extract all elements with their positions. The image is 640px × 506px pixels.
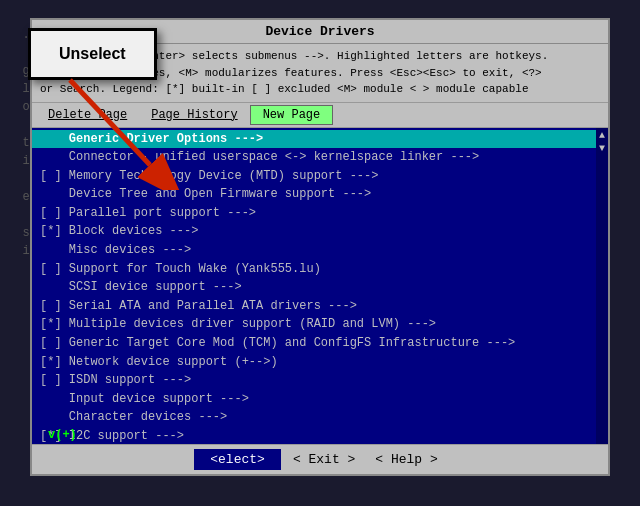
item-text: Connector - unified userspace <-> kernel…	[40, 150, 479, 164]
help-button[interactable]: < Help >	[367, 449, 445, 470]
item-text: Misc devices --->	[40, 243, 191, 257]
list-item[interactable]: Input device support --->	[32, 390, 608, 409]
list-item[interactable]: [ ] Serial ATA and Parallel ATA drivers …	[32, 297, 608, 316]
list-item[interactable]: [ ] ISDN support --->	[32, 371, 608, 390]
item-text: [ ] Serial ATA and Parallel ATA drivers …	[40, 299, 357, 313]
item-text: Device Tree and Open Firmware support --…	[40, 187, 371, 201]
item-text: [*] Multiple devices driver support (RAI…	[40, 317, 436, 331]
info-line-3: or Search. Legend: [*] built-in [ ] excl…	[40, 83, 528, 95]
scroll-up-icon[interactable]: ▲	[599, 130, 605, 141]
item-text: [ ] Memory Technology Device (MTD) suppo…	[40, 169, 378, 183]
item-text: [*] Network device support (+-->)	[40, 355, 278, 369]
item-text: [ ] ISDN support --->	[40, 373, 191, 387]
list-item[interactable]: [*] Multiple devices driver support (RAI…	[32, 315, 608, 334]
list-item[interactable]: [*] I2C support --->	[32, 427, 608, 444]
page-history-button[interactable]: Page History	[139, 106, 249, 124]
unselect-popup[interactable]: Unselect	[28, 28, 157, 80]
exit-button[interactable]: < Exit >	[285, 449, 363, 470]
item-text: [*] Block devices --->	[40, 224, 198, 238]
list-item[interactable]: Generic Driver Options --->	[32, 130, 608, 149]
select-button[interactable]: <elect>	[194, 449, 281, 470]
unselect-label: Unselect	[59, 45, 126, 62]
list-item[interactable]: [ ] Support for Touch Wake (Yank555.lu)	[32, 260, 608, 279]
item-text: SCSI device support --->	[40, 280, 242, 294]
item-text: [ ] Generic Target Core Mod (TCM) and Co…	[40, 336, 515, 350]
list-item[interactable]: [ ] Memory Technology Device (MTD) suppo…	[32, 167, 608, 186]
toolbar: Delete Page Page History New Page	[32, 103, 608, 128]
menu-content: Generic Driver Options ---> Connector - …	[32, 128, 608, 445]
scrollbar[interactable]: ▲ ▼	[596, 128, 608, 445]
item-text: Input device support --->	[40, 392, 249, 406]
bottom-bar: <elect> < Exit > < Help >	[32, 444, 608, 474]
list-item[interactable]: [ ] Generic Target Core Mod (TCM) and Co…	[32, 334, 608, 353]
list-item[interactable]: [*] Network device support (+-->)	[32, 353, 608, 372]
list-item[interactable]: Connector - unified userspace <-> kernel…	[32, 148, 608, 167]
device-drivers-dialog: Device Drivers gate the menu. <Enter> se…	[30, 18, 610, 476]
item-text: Generic Driver Options --->	[40, 132, 263, 146]
v-indicator: v(+)	[40, 427, 85, 442]
item-text: [ ] Support for Touch Wake (Yank555.lu)	[40, 262, 321, 276]
list-item[interactable]: SCSI device support --->	[32, 278, 608, 297]
delete-page-button[interactable]: Delete Page	[36, 106, 139, 124]
list-item[interactable]: [*] Block devices --->	[32, 222, 608, 241]
new-page-button[interactable]: New Page	[250, 105, 334, 125]
list-item[interactable]: [ ] Parallel port support --->	[32, 204, 608, 223]
list-item[interactable]: Character devices --->	[32, 408, 608, 427]
scroll-down-icon[interactable]: ▼	[599, 143, 605, 154]
list-item[interactable]: Device Tree and Open Firmware support --…	[32, 185, 608, 204]
item-text: [ ] Parallel port support --->	[40, 206, 256, 220]
item-text: Character devices --->	[40, 410, 227, 424]
list-item[interactable]: Misc devices --->	[32, 241, 608, 260]
